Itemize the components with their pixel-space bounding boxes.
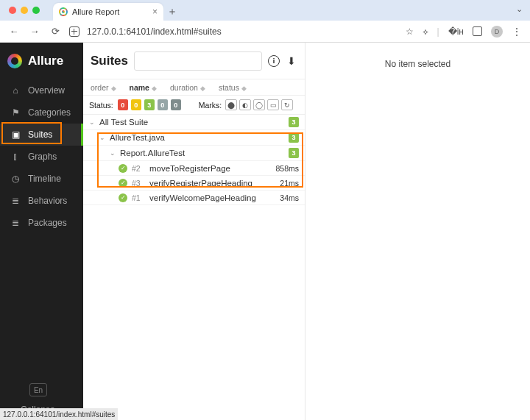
browser-toolbar: ← → ⟳ 127.0.0.1:64101/index.html#suites … [0, 21, 530, 43]
panel-title: Suites [91, 54, 128, 68]
test-row[interactable]: ✓ #1 verifyWelcomePageHeading 34ms [83, 191, 305, 205]
bookmark-icon[interactable]: ☆ [406, 26, 414, 37]
mark-toggle[interactable]: ◐ [239, 99, 251, 110]
forward-button[interactable]: → [28, 26, 41, 37]
sidebar-item-behaviors[interactable]: ≣Behaviors [0, 190, 83, 212]
back-button[interactable]: ← [7, 26, 21, 37]
tree-node-label: AllureTest.java [110, 133, 165, 142]
test-duration: 21ms [280, 179, 299, 188]
filter-row: Status: 0 0 3 0 0 Marks: ⬤ ◐ ◯ ▭ ↻ [83, 96, 305, 115]
mark-toggle[interactable]: ▭ [267, 99, 279, 110]
test-row[interactable]: ✓ #2 moveToRegisterPage 858ms [83, 161, 305, 176]
sidebar-item-label: Timeline [28, 174, 61, 184]
mark-toggle[interactable]: ◯ [253, 99, 265, 110]
tree-node-class[interactable]: ⌄ Report.AllureTest 3 [83, 146, 305, 161]
chevron-down-icon: ⌄ [110, 149, 117, 157]
test-tree: ⌄ All Test Suite 3 ⌄ AllureTest.java 3 ⌄… [83, 115, 305, 205]
sort-row: order◆ name◆ duration◆ status◆ [83, 79, 305, 96]
tree-node-label: Report.AllureTest [120, 149, 185, 157]
layers-icon: ≣ [10, 218, 21, 228]
status-passed-icon: ✓ [119, 193, 127, 202]
test-duration: 34ms [280, 193, 299, 202]
export-csv-button[interactable]: i [268, 55, 280, 67]
flag-icon: ⚑ [10, 107, 21, 118]
browser-status-bar: 127.0.0.1:64101/index.html#suites [0, 408, 118, 420]
test-duration: 858ms [275, 164, 299, 173]
sort-order[interactable]: order◆ [91, 83, 116, 92]
minimize-window-button[interactable] [21, 7, 28, 14]
status-chip-failed[interactable]: 0 [118, 99, 128, 110]
mark-toggle[interactable]: ↻ [281, 99, 293, 110]
briefcase-icon: ▣ [10, 129, 21, 140]
home-icon: ⌂ [10, 85, 21, 96]
sidebar-item-label: Behaviors [28, 196, 67, 206]
brand: Allure [0, 43, 83, 79]
tune-icon[interactable]: �ін [448, 26, 464, 37]
test-name: moveToRegisterPage [149, 164, 230, 173]
extensions-icon[interactable]: ⟡ [423, 26, 428, 37]
status-chip-skipped[interactable]: 0 [158, 99, 168, 110]
search-input[interactable] [134, 51, 262, 71]
status-label: Status: [89, 101, 113, 110]
chevron-down-icon: ⌄ [89, 118, 96, 126]
download-button[interactable]: ⬇ [286, 55, 297, 67]
sidebar-item-suites[interactable]: ▣Suites [0, 124, 83, 146]
browser-menu-button[interactable]: ⋮ [512, 26, 523, 38]
tree-node-label: All Test Suite [99, 118, 148, 127]
reload-button[interactable]: ⟳ [49, 26, 62, 37]
detail-empty-text: No item selected [385, 59, 451, 69]
tree-node-suite[interactable]: ⌄ All Test Suite 3 [83, 115, 305, 130]
panel-toggle-icon[interactable] [473, 26, 482, 36]
sidebar: Allure ⌂Overview ⚑Categories ▣Suites ⫿Gr… [0, 43, 83, 420]
status-passed-icon: ✓ [119, 179, 127, 188]
count-badge: 3 [289, 117, 299, 127]
address-bar[interactable]: 127.0.0.1:64101/index.html#suites [87, 26, 222, 37]
new-tab-button[interactable]: ＋ [163, 3, 181, 21]
sidebar-item-packages[interactable]: ≣Packages [0, 212, 83, 234]
status-chip-passed[interactable]: 3 [144, 99, 155, 110]
panel-header: Suites i ⬇ [83, 43, 305, 79]
browser-tab[interactable]: Allure Report × [53, 3, 163, 21]
status-chip-broken[interactable]: 0 [131, 99, 141, 110]
close-tab-button[interactable]: × [152, 7, 158, 17]
test-index: #1 [132, 193, 145, 202]
browser-tabbar: Allure Report × ＋ ⌄ [0, 0, 530, 21]
sidebar-item-label: Overview [28, 85, 65, 96]
sidebar-item-overview[interactable]: ⌂Overview [0, 79, 83, 102]
test-index: #2 [132, 164, 145, 173]
favicon [59, 7, 68, 16]
tree-node-file[interactable]: ⌄ AllureTest.java 3 [83, 130, 305, 146]
tab-title: Allure Report [72, 7, 119, 16]
status-text: 127.0.0.1:64101/index.html#suites [3, 410, 115, 419]
sidebar-item-label: Packages [28, 218, 67, 228]
clock-icon: ◷ [10, 174, 21, 184]
mark-toggle[interactable]: ⬤ [225, 99, 237, 110]
test-name: verifyRegisterPageHeading [149, 179, 252, 188]
sidebar-item-categories[interactable]: ⚑Categories [0, 102, 83, 124]
marks-label: Marks: [199, 101, 222, 110]
maximize-window-button[interactable] [32, 7, 40, 14]
detail-panel: No item selected [305, 43, 530, 420]
app-root: Allure ⌂Overview ⚑Categories ▣Suites ⫿Gr… [0, 43, 530, 420]
sidebar-item-label: Suites [28, 129, 52, 140]
sidebar-item-timeline[interactable]: ◷Timeline [0, 168, 83, 190]
brand-logo-icon [7, 54, 22, 68]
tabs-menu-button[interactable]: ⌄ [516, 4, 523, 14]
sidebar-item-label: Graphs [28, 152, 57, 162]
sort-name[interactable]: name◆ [130, 83, 157, 92]
brand-text: Allure [28, 54, 63, 68]
language-switch[interactable]: En [29, 383, 47, 396]
sort-status[interactable]: status◆ [219, 83, 247, 92]
site-info-icon[interactable] [69, 26, 80, 37]
test-row[interactable]: ✓ #3 verifyRegisterPageHeading 21ms [83, 176, 305, 191]
sidebar-item-graphs[interactable]: ⫿Graphs [0, 146, 83, 168]
list-icon: ≣ [10, 196, 21, 206]
chevron-down-icon: ⌄ [99, 134, 107, 141]
count-badge: 3 [289, 132, 299, 143]
close-window-button[interactable] [9, 7, 16, 14]
sort-duration[interactable]: duration◆ [170, 83, 205, 92]
count-badge: 3 [289, 148, 299, 158]
status-chip-unknown[interactable]: 0 [171, 99, 181, 110]
profile-avatar[interactable]: D [491, 26, 503, 38]
window-controls [9, 0, 40, 21]
